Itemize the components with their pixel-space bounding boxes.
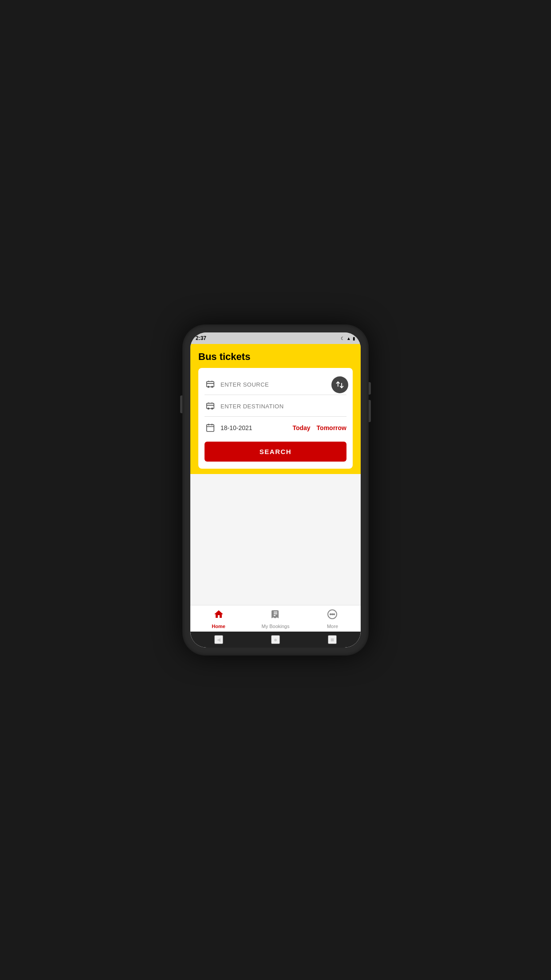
svg-point-10	[330, 614, 331, 615]
nav-label-home: Home	[212, 624, 225, 629]
battery-icon: ▮	[353, 336, 355, 341]
android-recents-button[interactable]: ■	[328, 635, 337, 644]
main-content	[190, 474, 361, 605]
page-title: Bus tickets	[198, 351, 353, 363]
more-icon	[327, 609, 338, 622]
bus-source-icon	[205, 379, 216, 390]
destination-row	[205, 397, 346, 417]
app-header: Bus tickets	[190, 344, 361, 474]
bus-destination-icon	[205, 400, 216, 412]
home-icon	[213, 609, 224, 622]
calendar-icon	[205, 422, 216, 434]
date-value[interactable]: 18-10-2021	[220, 424, 287, 431]
svg-point-12	[334, 614, 335, 615]
svg-rect-8	[207, 425, 214, 432]
destination-input[interactable]	[220, 403, 346, 410]
svg-rect-5	[207, 403, 214, 409]
moon-icon: ☾	[341, 336, 345, 341]
source-row	[205, 375, 346, 395]
svg-rect-0	[207, 382, 214, 387]
nav-label-more: More	[327, 624, 338, 629]
bottom-nav: Home My Bookings	[190, 605, 361, 632]
nav-item-home[interactable]: Home	[205, 609, 232, 629]
android-nav-bar: ◄ ● ■	[190, 632, 361, 648]
nav-item-more[interactable]: More	[319, 609, 346, 629]
android-back-button[interactable]: ◄	[214, 635, 223, 644]
swap-button[interactable]	[331, 376, 348, 393]
source-input[interactable]	[220, 381, 346, 388]
search-button[interactable]: SEARCH	[205, 442, 346, 462]
svg-point-11	[332, 614, 333, 615]
signal-icon: ▲	[346, 336, 351, 341]
status-icons: ☾ ▲ ▮	[341, 336, 355, 341]
status-time: 2:37	[196, 335, 206, 341]
nav-label-my-bookings: My Bookings	[262, 624, 290, 629]
android-home-button[interactable]: ●	[271, 635, 280, 644]
tomorrow-button[interactable]: Tomorrow	[317, 424, 346, 431]
today-button[interactable]: Today	[292, 424, 310, 431]
bookings-icon	[270, 609, 281, 622]
search-card: 18-10-2021 Today Tomorrow SEARCH	[198, 368, 353, 469]
status-bar: 2:37 ☾ ▲ ▮	[190, 332, 361, 344]
nav-item-my-bookings[interactable]: My Bookings	[262, 609, 290, 629]
date-row: 18-10-2021 Today Tomorrow	[205, 419, 346, 436]
